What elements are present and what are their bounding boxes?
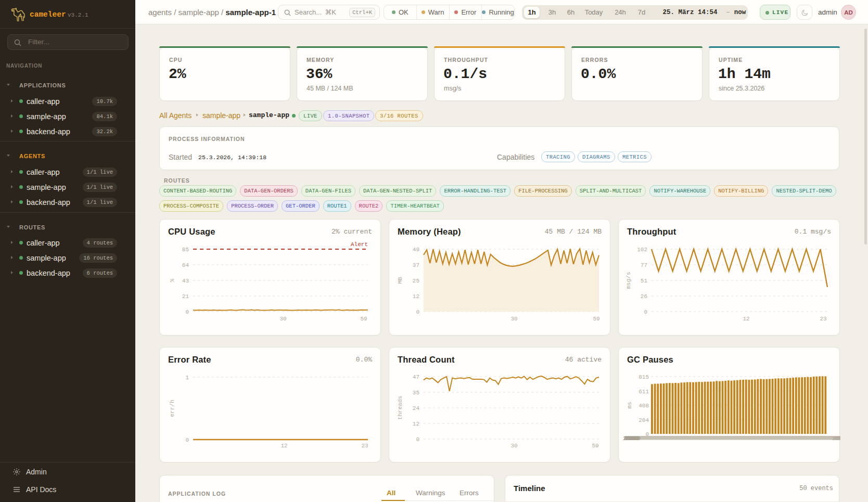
svg-text:23: 23	[361, 443, 368, 449]
svg-text:51: 51	[641, 278, 648, 284]
svg-text:25: 25	[413, 278, 419, 284]
svg-text:30: 30	[510, 443, 517, 449]
svg-text:59: 59	[593, 316, 599, 322]
svg-text:0: 0	[185, 309, 189, 315]
svg-text:Alert: Alert	[351, 241, 368, 248]
svg-text:24: 24	[413, 405, 420, 411]
svg-text:%: %	[169, 278, 175, 282]
svg-text:msg/s: msg/s	[626, 272, 632, 289]
svg-text:0: 0	[416, 309, 419, 315]
svg-text:1: 1	[185, 375, 189, 381]
svg-text:49: 49	[413, 247, 419, 253]
svg-text:23: 23	[820, 316, 826, 322]
svg-text:611: 611	[639, 389, 649, 395]
svg-text:0: 0	[644, 309, 647, 315]
svg-text:14000560: 14000560	[832, 435, 840, 442]
svg-text:12: 12	[280, 443, 287, 449]
svg-text:77: 77	[641, 262, 647, 268]
svg-text:408: 408	[639, 403, 649, 409]
svg-text:MB: MB	[397, 277, 403, 284]
svg-text:59: 59	[592, 443, 598, 449]
svg-text:20200000000000: 20200000000000	[623, 435, 640, 442]
svg-text:threads: threads	[397, 396, 403, 420]
svg-text:12: 12	[413, 293, 419, 300]
svg-text:0: 0	[416, 436, 419, 443]
svg-text:43: 43	[182, 278, 189, 284]
svg-text:err/h: err/h	[169, 400, 175, 417]
svg-text:37: 37	[413, 262, 419, 268]
svg-text:35: 35	[413, 390, 419, 396]
svg-text:47: 47	[413, 374, 419, 380]
svg-text:30: 30	[279, 316, 286, 322]
svg-text:815: 815	[639, 374, 649, 380]
svg-text:102: 102	[637, 247, 647, 253]
svg-text:21: 21	[182, 293, 189, 300]
svg-text:204: 204	[639, 417, 649, 423]
svg-text:ms: ms	[627, 402, 633, 408]
svg-text:30: 30	[510, 316, 517, 322]
svg-text:26: 26	[641, 293, 647, 300]
svg-text:85: 85	[182, 247, 189, 253]
svg-text:64: 64	[182, 262, 189, 268]
svg-text:12: 12	[743, 316, 749, 322]
svg-text:0: 0	[185, 437, 189, 443]
svg-text:12: 12	[413, 421, 419, 427]
svg-text:59: 59	[360, 316, 367, 322]
